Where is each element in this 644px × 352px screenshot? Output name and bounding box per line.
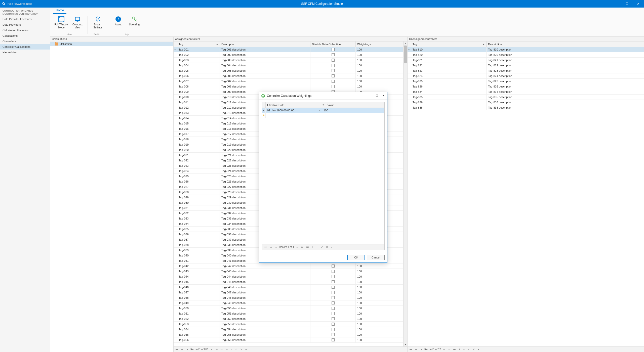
nav-add-icon[interactable]: + [226,348,228,351]
table-row[interactable]: Tag-052Tag-052 description100 [174,316,403,322]
nav-next-page-icon[interactable]: ≫ [300,246,304,248]
nav-hscroll-left-icon[interactable]: ◂ [331,246,333,248]
nav-next-icon[interactable]: ▸ [296,246,298,248]
window-minimize-button[interactable]: — [609,0,621,8]
table-row[interactable]: Tag-004Tag-004 description100 [174,63,403,68]
nav-prev-icon[interactable]: ◂ [186,348,188,351]
nav-last-icon[interactable]: ⏭ [220,348,224,351]
checkbox-icon[interactable] [332,270,335,273]
table-row[interactable]: Tag-046Tag-046 description100 [174,285,403,290]
checkbox-icon[interactable] [332,59,335,62]
table-row[interactable]: Tag-824Tag-824 description [408,73,644,79]
table-row[interactable]: Tag-047Tag-047 description100 [174,290,403,295]
cell-disable[interactable] [310,84,356,89]
cell-disable[interactable] [310,290,356,295]
dialog-col-value[interactable]: Value [326,102,384,108]
table-row[interactable]: Tag-835Tag-835 description [408,95,644,100]
nav-save-icon[interactable]: ✓ [320,246,324,248]
dialog-maximize-button[interactable]: ☐ [375,94,379,98]
unassigned-col-description[interactable]: Description [487,41,644,47]
nav-item-calculations[interactable]: Calculations [0,33,50,38]
assigned-record-navigator[interactable]: ⏮ ≪ ◂ Record 1 of 856 ▸ ≫ ⏭ + − ✓ ✕ ◂ [174,346,407,352]
cell-disable[interactable] [310,58,356,63]
cell-disable[interactable] [310,279,356,284]
cell-disable[interactable] [310,332,356,337]
ribbon-btn-full-window-mode[interactable]: Full-Window Mode [53,15,69,29]
dialog-record-navigator[interactable]: ⏮ ≪ ◂ Record 1 of 1 ▸ ≫ ⏭ + − ✓ ✕ ◂ [262,244,384,250]
checkbox-icon[interactable] [332,280,335,283]
table-row[interactable]: Tag-825Tag-825 description [408,79,644,84]
ribbon-btn-licensing[interactable]: Licensing [126,15,142,27]
nav-first-icon[interactable]: ⏮ [264,246,267,248]
checkbox-icon[interactable] [332,307,335,310]
checkbox-icon[interactable] [332,64,335,67]
assigned-col-weightings[interactable]: Weightings [356,41,403,47]
cell-disable[interactable] [310,263,356,269]
nav-remove-icon[interactable]: − [316,246,318,248]
checkbox-icon[interactable] [332,74,335,77]
cell-disable[interactable] [310,269,356,274]
nav-prev-page-icon[interactable]: ≪ [269,246,273,248]
table-row[interactable]: Tag-005Tag-005 description100 [174,68,403,73]
table-row[interactable]: Tag-044Tag-044 description100 [174,274,403,279]
table-row[interactable]: Tag-050Tag-050 description100 [174,306,403,311]
tree-item-utilisation[interactable]: Utilisation [50,42,173,46]
nav-first-icon[interactable]: ⏮ [175,348,179,351]
table-row[interactable]: Tag-810Tag-810 description [408,47,644,52]
window-close-button[interactable]: ✕ [632,0,644,8]
nav-item-data-providers[interactable]: Data Providers [0,22,50,27]
cell-disable[interactable] [310,73,356,78]
table-row[interactable]: Tag-834Tag-834 description [408,89,644,95]
nav-item-data-provider-factories[interactable]: Data Provider Factories [0,16,50,22]
nav-cancel-icon[interactable]: ✕ [240,348,243,351]
nav-prev-icon[interactable]: ◂ [275,246,277,248]
cell-disable[interactable] [310,337,356,342]
checkbox-icon[interactable] [332,312,335,315]
cell-disable[interactable] [310,327,356,332]
cell-disable[interactable] [310,295,356,300]
nav-cancel-icon[interactable]: ✕ [472,348,475,351]
cell-disable[interactable] [310,79,356,84]
checkbox-icon[interactable] [332,301,335,304]
nav-save-icon[interactable]: ✓ [235,348,238,351]
dialog-row[interactable]: 01-Jan-1900 00:00:00 ▾ 100 [262,108,384,113]
unassigned-col-tag[interactable]: Tag▲ [411,41,487,47]
nav-hscroll-left-icon[interactable]: ◂ [245,348,247,351]
nav-last-icon[interactable]: ⏭ [453,348,456,351]
checkbox-icon[interactable] [332,48,335,51]
table-row[interactable]: Tag-051Tag-051 description100 [174,311,403,316]
table-row[interactable]: Tag-822Tag-822 description [408,63,644,68]
window-maximize-button[interactable]: ☐ [621,0,632,8]
cell-disable[interactable] [310,306,356,311]
table-row[interactable]: Tag-007Tag-007 description100 [174,79,403,84]
table-row[interactable]: Tag-056Tag-056 description100 [174,337,403,343]
table-row[interactable]: Tag-055Tag-055 description100 [174,332,403,337]
cell-disable[interactable] [310,63,356,68]
dialog-close-button[interactable]: ✕ [382,94,385,98]
nav-first-icon[interactable]: ⏮ [409,348,413,351]
checkbox-icon[interactable] [332,85,335,88]
table-row[interactable]: Tag-838Tag-838 description [408,105,644,110]
table-row[interactable]: Tag-823Tag-823 description [408,68,644,73]
checkbox-icon[interactable] [332,286,335,289]
nav-next-icon[interactable]: ▸ [210,348,213,351]
cell-disable[interactable] [310,311,356,316]
table-row[interactable]: Tag-045Tag-045 description100 [174,279,403,285]
assigned-scrollbar[interactable]: ▲ ▼ [403,41,407,346]
dialog-cancel-button[interactable]: Cancel [367,255,385,260]
nav-save-icon[interactable]: ✓ [467,348,470,351]
checkbox-icon[interactable] [332,317,335,320]
nav-add-icon[interactable]: + [311,246,314,248]
dialog-ok-button[interactable]: OK [347,255,365,260]
nav-next-page-icon[interactable]: ≫ [447,348,451,351]
cell-disable[interactable] [310,52,356,57]
cell-disable[interactable] [310,300,356,305]
assigned-col-description[interactable]: Description [220,41,310,47]
checkbox-icon[interactable] [332,69,335,72]
table-row[interactable]: Tag-054Tag-054 description100 [174,327,403,332]
checkbox-icon[interactable] [332,275,335,278]
checkbox-icon[interactable] [332,80,335,83]
cell-disable[interactable] [310,47,356,52]
ribbon-btn-about[interactable]: iAbout [110,15,126,27]
table-row[interactable]: Tag-826Tag-826 description [408,84,644,89]
